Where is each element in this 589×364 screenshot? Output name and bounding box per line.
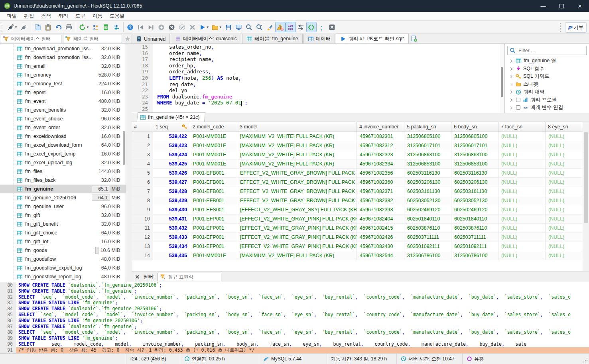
cell[interactable]: 312506017101 <box>404 141 451 150</box>
toolbar-grip[interactable] <box>2 22 4 32</box>
cell[interactable]: 10 <box>132 214 153 223</box>
cell[interactable]: P001-EFB001 <box>190 178 237 187</box>
cell[interactable]: P001-EFP001 <box>190 224 237 232</box>
helper-item-쿼리 프로필[interactable]: 쿼리 프로필 <box>505 96 589 104</box>
cell[interactable]: EFFECT_V2_WHITE_GRAY_BROWN] FULL PACK ..… <box>237 196 357 205</box>
cell[interactable]: 312506805100 <box>404 132 451 141</box>
sidebar-table-fm_gift_benefit[interactable]: fm_gift_benefit32.0 KiB <box>0 220 126 228</box>
column-header-6 body_sn[interactable]: 6 body_sn <box>451 122 498 132</box>
import-arrows-button[interactable] <box>111 22 122 32</box>
sidebar-table-fm_files[interactable]: fm_files144.0 KiB <box>0 167 126 176</box>
helpers-filter-input[interactable] <box>518 47 584 54</box>
tab-데이터[interactable]: 데이터 <box>303 34 335 43</box>
cell[interactable]: 14 <box>132 251 153 260</box>
cell[interactable]: (NULL) <box>546 132 582 141</box>
cell[interactable]: 459671082360 <box>357 178 404 187</box>
grid-scrollbar[interactable] <box>583 122 589 271</box>
helper-item-SQL 함수[interactable]: SQL 함수 <box>505 65 589 73</box>
cell[interactable]: 539,422 <box>153 132 190 141</box>
cell[interactable]: P001-EFP001 <box>190 233 237 242</box>
sidebar-table-fm_genuine_user[interactable]: fm_genuine_user96.0 KiB <box>0 202 126 211</box>
cell[interactable]: (NULL) <box>498 141 546 150</box>
cell[interactable]: 602501092111 <box>451 242 498 251</box>
cell[interactable]: 602503711111 <box>404 233 451 242</box>
binary-literals-button[interactable]: 100010 <box>286 22 296 32</box>
favorite-star-icon[interactable] <box>124 35 131 42</box>
cell[interactable]: P001-EFP001 <box>190 214 237 223</box>
last-record-button[interactable] <box>146 22 156 32</box>
cell[interactable]: 13 <box>132 242 153 251</box>
paste-button[interactable] <box>43 22 53 32</box>
sidebar-table-fm_gift_choice[interactable]: fm_gift_choice64.0 KiB <box>0 228 126 237</box>
tab-Unnamed[interactable]: Unnamed <box>132 34 170 43</box>
helper-item-스니펫[interactable]: 스니펫 <box>505 81 589 89</box>
cell[interactable]: 12 <box>132 233 153 242</box>
delete-record-button[interactable] <box>167 22 177 32</box>
cell[interactable]: [EFFECT_V2_WHITE_GRAY_PINK] FULL PACK (K… <box>237 224 357 232</box>
cell[interactable]: 5 <box>132 169 153 177</box>
cell[interactable]: (NULL) <box>546 187 582 196</box>
cell[interactable]: P001-MM001E <box>190 132 237 141</box>
cell[interactable]: 539,431 <box>153 214 190 223</box>
beautify-sql-button[interactable] <box>306 22 317 32</box>
cell[interactable]: P001-MM001E <box>190 150 237 159</box>
cell[interactable]: 312506863100 <box>451 150 498 159</box>
sidebar-table-fm_gift_lot[interactable]: fm_gift_lot16.0 KiB <box>0 237 126 246</box>
cell[interactable]: 602501840110 <box>404 214 451 223</box>
cell[interactable]: (NULL) <box>498 196 546 205</box>
table-filter-input[interactable] <box>73 35 117 42</box>
save-button[interactable] <box>223 22 234 32</box>
cell[interactable]: 539,432 <box>153 224 190 232</box>
wrap-lines-button[interactable] <box>296 22 306 32</box>
table-tree[interactable]: fm_download_promotion_iss...32.0 KiBfm_d… <box>0 44 126 282</box>
cell[interactable]: 312506786100 <box>404 251 451 260</box>
cell[interactable]: 602503161130 <box>451 187 498 196</box>
cell[interactable]: 602503052130 <box>451 196 498 205</box>
find-button[interactable] <box>244 22 254 32</box>
cell[interactable]: 459671082371 <box>357 187 404 196</box>
column-header-5 packing_sn[interactable]: 5 packing_sn <box>404 122 451 132</box>
table-row[interactable]: 4539,425P001-MM001E[MAXIMUM_V2_WHITE] FU… <box>132 159 583 169</box>
sidebar-table-fm_emoney_test[interactable]: fm_emoney_test224.0 KiB <box>0 79 126 88</box>
cell[interactable]: EFFECT_V2_WHITE_GRAY_BROWN] FULL PACK ..… <box>237 169 357 177</box>
cell[interactable]: 459671082393 <box>357 205 404 214</box>
cell[interactable]: 539,424 <box>153 150 190 159</box>
column-header-#[interactable]: # <box>132 122 153 132</box>
cell[interactable]: 459671082426 <box>357 233 404 242</box>
column-header-2 model_code[interactable]: 2 model_code <box>190 122 237 132</box>
sidebar-table-fm_event_benefits[interactable]: fm_event_benefits32.0 KiB <box>0 106 126 114</box>
helper-item-쿼리 내역[interactable]: 쿼리 내역 <box>505 88 589 96</box>
cell[interactable]: (NULL) <box>498 214 546 223</box>
cell[interactable]: 1 <box>132 132 153 141</box>
column-header-8 eye_sn[interactable]: 8 eye_sn <box>546 122 582 132</box>
table-row[interactable]: 12539,433P001-EFP001[EFFECT_V2_WHITE_GRA… <box>132 233 583 242</box>
cell[interactable]: (NULL) <box>546 205 582 214</box>
table-row[interactable]: 14539,435P001-MM001E[MAXIMUM_V2_WHITE] F… <box>132 251 583 260</box>
cell[interactable]: 602502469120 <box>404 205 451 214</box>
cancel-editing-button[interactable] <box>187 22 198 32</box>
menu-파일[interactable]: 파일 <box>3 12 20 20</box>
cell[interactable]: 459671082430 <box>357 242 404 251</box>
clear-filter-icon[interactable] <box>135 274 140 279</box>
cell[interactable]: 11 <box>132 224 153 232</box>
cell[interactable]: (NULL) <box>498 224 546 232</box>
table-row[interactable]: 2539,423P001-MM001E[MAXIMUM_V2_WHITE] FU… <box>132 141 583 150</box>
menu-편집[interactable]: 편집 <box>20 12 37 20</box>
cell[interactable]: 539,435 <box>153 251 190 260</box>
cell[interactable]: 539,425 <box>153 159 190 168</box>
table-row[interactable]: 7539,428P001-EFB001EFFECT_V2_WHITE_GRAY_… <box>132 187 583 196</box>
cell[interactable]: 602503161130 <box>404 187 451 196</box>
cell[interactable]: 539,428 <box>153 187 190 196</box>
cell[interactable]: 7 <box>132 187 153 196</box>
cell[interactable]: 459671082301 <box>357 132 404 141</box>
cell[interactable]: P001-EFB001 <box>190 187 237 196</box>
cell[interactable]: 459671082544 <box>357 251 404 260</box>
cell[interactable]: (NULL) <box>546 196 582 205</box>
cell[interactable]: [EFFECT_V2_WHITE_GRAY_PINK] FULL PACK (K… <box>237 214 357 223</box>
editor-scrollbar[interactable] <box>500 44 504 113</box>
column-header-3 model[interactable]: 3 model <box>237 122 357 132</box>
cell[interactable]: (NULL) <box>498 187 546 196</box>
table-row[interactable]: 6539,427P001-EFB001EFFECT_V2_WHITE_GRAY_… <box>132 178 583 187</box>
insert-record-button[interactable] <box>156 22 167 32</box>
toolbar-grip[interactable] <box>560 23 563 32</box>
